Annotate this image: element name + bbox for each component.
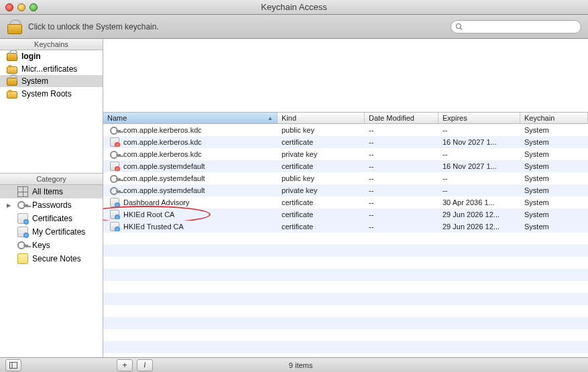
column-header-expires[interactable]: Expires xyxy=(438,113,520,123)
show-hide-sidebar-button[interactable] xyxy=(5,359,21,371)
keychain-item-label: System Roots xyxy=(21,89,72,99)
category-item[interactable]: Certificates xyxy=(0,212,103,225)
table-row-empty xyxy=(103,233,588,245)
cert-bad-icon xyxy=(110,162,119,171)
cell-name: Dashboard Advisory xyxy=(123,198,189,206)
category-item[interactable]: My Certificates xyxy=(0,225,103,239)
traffic-lights xyxy=(0,3,43,11)
category-item[interactable]: ▶Passwords xyxy=(0,198,103,212)
keychain-item[interactable]: login xyxy=(0,50,103,62)
cell-keychain: System xyxy=(520,162,588,170)
cell-date-modified: -- xyxy=(365,150,438,158)
cell-date-modified: -- xyxy=(365,210,438,219)
cell-kind: public key xyxy=(278,126,365,134)
cert-icon xyxy=(110,210,119,219)
cell-keychain: System xyxy=(520,186,588,194)
table-row[interactable]: HKIEd Root CAcertificate--29 Jun 2026 12… xyxy=(103,208,588,221)
table-row[interactable]: com.apple.kerberos.kdccertificate--16 No… xyxy=(103,136,588,148)
search-icon xyxy=(455,23,463,31)
cell-expires: 16 Nov 2027 1... xyxy=(438,162,520,170)
cell-name: com.apple.kerberos.kdc xyxy=(123,150,202,158)
table-row[interactable]: com.apple.systemdefaultcertificate--16 N… xyxy=(103,160,588,172)
category-item-label: My Certificates xyxy=(32,227,85,237)
keychain-item[interactable]: System Roots xyxy=(0,87,103,100)
table-row-empty xyxy=(103,293,588,305)
cell-keychain: System xyxy=(520,174,588,182)
svg-rect-2 xyxy=(10,362,17,368)
keychains-header: Keychains xyxy=(0,39,103,50)
cell-keychain: System xyxy=(520,126,588,134)
cell-name: com.apple.kerberos.kdc xyxy=(123,126,202,134)
table-row-empty xyxy=(103,341,588,353)
cell-kind: certificate xyxy=(278,210,365,219)
cell-date-modified: -- xyxy=(365,198,438,206)
grid-icon xyxy=(17,186,28,197)
table-row[interactable]: com.apple.systemdefaultprivate key----Sy… xyxy=(103,184,588,196)
item-preview xyxy=(103,39,588,113)
cell-name: HKIEd Trusted CA xyxy=(123,223,184,231)
cell-date-modified: -- xyxy=(365,138,438,146)
folder-icon xyxy=(7,66,17,74)
window-titlebar: Keychain Access xyxy=(0,0,588,15)
cell-kind: certificate xyxy=(278,223,365,231)
category-item[interactable]: Secure Notes xyxy=(0,252,103,265)
table-row-empty xyxy=(103,305,588,317)
folder-icon xyxy=(7,91,17,99)
cell-expires: -- xyxy=(438,126,520,134)
cert-icon xyxy=(110,222,119,231)
login-icon xyxy=(7,78,17,86)
cell-name: com.apple.systemdefault xyxy=(123,186,205,194)
cell-expires: -- xyxy=(438,186,520,194)
cell-date-modified: -- xyxy=(365,186,438,194)
cell-expires: -- xyxy=(438,150,520,158)
category-header: Category xyxy=(0,174,103,185)
cell-kind: certificate xyxy=(278,138,365,146)
keychain-item[interactable]: Micr...ertificates xyxy=(0,62,103,75)
column-header-kind[interactable]: Kind xyxy=(278,113,365,123)
cell-kind: private key xyxy=(278,186,365,194)
cert-icon xyxy=(17,213,28,224)
column-header-name-label: Name xyxy=(107,114,127,122)
table-row-empty xyxy=(103,281,588,293)
info-button[interactable]: i xyxy=(137,359,153,371)
table-row[interactable]: com.apple.kerberos.kdcprivate key----Sys… xyxy=(103,148,588,160)
table-row[interactable]: com.apple.systemdefaultpublic key----Sys… xyxy=(103,172,588,184)
window-title: Keychain Access xyxy=(261,2,327,12)
sort-asc-icon: ▲ xyxy=(268,115,273,121)
zoom-window-button[interactable] xyxy=(30,3,38,11)
cell-expires: 29 Jun 2026 12... xyxy=(438,210,520,219)
search-field[interactable] xyxy=(451,20,581,34)
cell-name: HKIEd Root CA xyxy=(123,210,174,219)
add-item-button[interactable]: + xyxy=(117,359,133,371)
disclosure-triangle-icon[interactable]: ▶ xyxy=(7,202,12,208)
search-input[interactable] xyxy=(463,22,577,32)
cell-expires: -- xyxy=(438,174,520,182)
keychain-item[interactable]: System xyxy=(0,75,103,87)
pane-icon xyxy=(9,362,17,369)
category-item[interactable]: Keys xyxy=(0,239,103,252)
column-header-name[interactable]: Name ▲ xyxy=(103,113,278,123)
lock-icon[interactable] xyxy=(7,19,21,34)
table-row-empty xyxy=(103,245,588,257)
category-item-label: Keys xyxy=(32,241,50,250)
cell-name: com.apple.systemdefault xyxy=(123,162,205,170)
minimize-window-button[interactable] xyxy=(17,3,25,11)
table-row[interactable]: Dashboard Advisorycertificate--30 Apr 20… xyxy=(103,196,588,208)
close-window-button[interactable] xyxy=(5,3,13,11)
cell-date-modified: -- xyxy=(365,162,438,170)
svg-line-1 xyxy=(461,27,463,29)
keychains-list: loginMicr...ertificatesSystemSystem Root… xyxy=(0,50,103,174)
cell-keychain: System xyxy=(520,198,588,206)
cell-date-modified: -- xyxy=(365,174,438,182)
table-row-empty xyxy=(103,257,588,269)
keychain-item-label: System xyxy=(21,76,48,86)
column-header-keychain[interactable]: Keychain xyxy=(520,113,588,123)
table-body[interactable]: com.apple.kerberos.kdcpublic key----Syst… xyxy=(103,124,588,357)
sidebar: Keychains loginMicr...ertificatesSystemS… xyxy=(0,39,103,357)
column-header-date-modified[interactable]: Date Modified xyxy=(365,113,438,123)
cell-kind: public key xyxy=(278,174,365,182)
category-item[interactable]: All Items xyxy=(0,185,103,198)
category-item-label: All Items xyxy=(32,187,63,196)
table-row[interactable]: HKIEd Trusted CAcertificate--29 Jun 2026… xyxy=(103,221,588,233)
table-row[interactable]: com.apple.kerberos.kdcpublic key----Syst… xyxy=(103,124,588,136)
